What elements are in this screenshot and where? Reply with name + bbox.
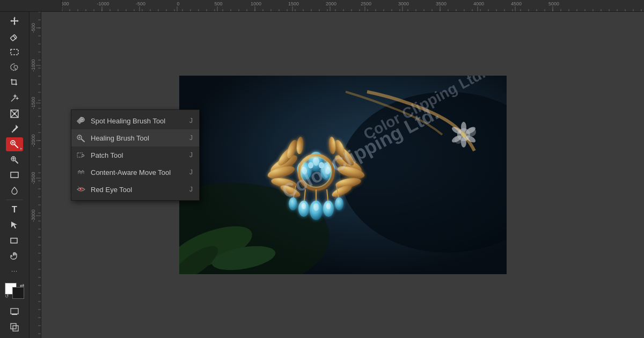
svg-point-56	[313, 203, 319, 211]
horizontal-ruler	[62, 0, 644, 11]
vertical-ruler	[30, 12, 41, 338]
svg-rect-18	[11, 172, 18, 178]
healing-brush-shortcut: J	[189, 134, 193, 142]
svg-point-62	[326, 203, 331, 209]
color-swatches[interactable]: ⇄ ↺	[5, 283, 24, 299]
svg-rect-20	[11, 308, 18, 314]
svg-rect-2	[11, 49, 18, 55]
canvas-section: Color Clipping Ltd. Color Clipping Ltd.	[30, 12, 644, 338]
healing-brush-label: Healing Brush Tool	[91, 134, 174, 142]
svg-point-76	[461, 132, 466, 137]
screen-mode-button[interactable]	[6, 305, 23, 319]
rectangle-tool-button[interactable]	[6, 168, 23, 182]
svg-rect-9	[13, 113, 16, 115]
eyedropper-button[interactable]	[6, 122, 23, 136]
text-tool-button[interactable]: T	[6, 202, 23, 217]
svg-point-73	[461, 137, 466, 148]
svg-rect-0	[10, 35, 17, 41]
move-tool-button[interactable]	[6, 14, 23, 28]
content-aware-label: Content-Aware Move Tool	[91, 168, 174, 177]
jewelry-image: Color Clipping Ltd. Color Clipping Ltd.	[179, 76, 507, 274]
rotate-canvas-button[interactable]	[6, 320, 23, 334]
more-tools-button[interactable]: ···	[6, 264, 23, 278]
red-eye-label: Red Eye Tool	[91, 186, 174, 194]
flyout-healing-brush[interactable]: Healing Brush Tool J	[71, 129, 199, 146]
canvas-image: Color Clipping Ltd. Color Clipping Ltd.	[179, 76, 507, 274]
frame-tool-button[interactable]	[6, 106, 23, 121]
content-aware-icon	[76, 167, 86, 178]
svg-point-66	[335, 197, 343, 210]
svg-rect-23	[13, 326, 18, 331]
lasso-tool-button[interactable]	[6, 60, 23, 75]
spot-healing-shortcut: J	[189, 117, 193, 124]
left-toolbar: T ··· ⇄	[0, 12, 30, 338]
patch-tool-icon	[76, 150, 86, 160]
shape-tool-button[interactable]	[6, 233, 23, 248]
svg-point-70	[461, 122, 466, 133]
reset-colors-icon[interactable]: ↺	[5, 293, 9, 299]
flyout-red-eye[interactable]: Red Eye Tool J	[71, 181, 199, 198]
crop-tool-button[interactable]	[6, 76, 23, 90]
magic-wand-button[interactable]	[6, 91, 23, 106]
healing-brush-icon	[76, 133, 86, 143]
red-eye-shortcut: J	[189, 186, 193, 193]
svg-rect-22	[11, 324, 16, 329]
flyout-menu: Spot Healing Brush Tool J Healing Brush …	[71, 109, 200, 201]
eraser-tool-button[interactable]	[6, 30, 23, 44]
svg-rect-19	[11, 238, 17, 243]
svg-line-3	[11, 98, 15, 101]
rectangular-marquee-button[interactable]	[6, 45, 23, 59]
top-ruler-row	[0, 0, 644, 12]
canvas-area: Color Clipping Ltd. Color Clipping Ltd.	[41, 12, 644, 338]
svg-line-12	[15, 144, 18, 148]
svg-point-59	[302, 203, 306, 209]
svg-point-89	[80, 188, 81, 189]
spot-healing-icon	[76, 115, 86, 126]
spot-healing-label: Spot Healing Brush Tool	[91, 117, 174, 125]
svg-rect-21	[12, 314, 17, 315]
background-color[interactable]	[12, 287, 24, 299]
flyout-patch-tool[interactable]: Patch Tool J	[71, 146, 199, 164]
flyout-content-aware[interactable]: Content-Aware Move Tool J	[71, 164, 199, 181]
path-selection-button[interactable]	[6, 218, 23, 232]
content-aware-shortcut: J	[189, 168, 193, 176]
patch-tool-label: Patch Tool	[91, 151, 174, 159]
hand-tool-button[interactable]	[6, 248, 23, 263]
red-eye-icon	[76, 184, 86, 195]
healing-brush-button[interactable]	[6, 137, 23, 152]
flyout-spot-healing[interactable]: Spot Healing Brush Tool J	[71, 112, 199, 129]
svg-line-84	[82, 139, 85, 142]
patch-tool-shortcut: J	[189, 151, 193, 159]
blur-tool-button[interactable]	[6, 183, 23, 198]
toolbar-separator-1	[6, 200, 23, 200]
ruler-corner	[0, 0, 62, 11]
main-area: T ··· ⇄	[0, 12, 644, 338]
clone-stamp-button[interactable]	[6, 152, 23, 167]
